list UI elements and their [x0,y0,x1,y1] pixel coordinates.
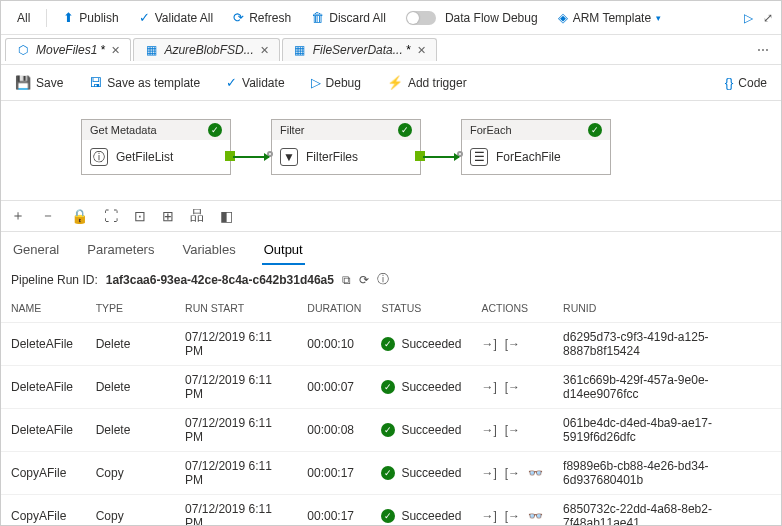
input-icon[interactable]: →] [481,423,496,437]
output-icon[interactable]: [→ [505,380,520,394]
refresh-output-icon[interactable]: ⟳ [359,273,369,287]
table-row: DeleteAFile Delete 07/12/2019 6:11 PM 00… [1,409,781,452]
zoom-100-icon[interactable]: ⊡ [134,208,146,224]
cell-name: CopyAFile [1,495,86,527]
add-trigger-button[interactable]: ⚡Add trigger [383,71,471,94]
success-icon: ✓ [381,337,395,351]
arm-icon: ◈ [558,10,568,25]
validate-all-button[interactable]: ✓Validate All [131,6,221,29]
code-button[interactable]: {}Code [721,71,771,94]
output-icon[interactable]: [→ [505,466,520,480]
save-template-button[interactable]: 🖫Save as template [85,71,204,94]
debug-button[interactable]: ▷Debug [307,71,365,94]
pipeline-node[interactable]: ForEach✓☰ForEachFile [461,119,611,175]
input-icon[interactable]: →] [481,466,496,480]
refresh-label: Refresh [249,11,291,25]
output-icon[interactable]: [→ [505,509,520,523]
node-type: Filter [280,124,304,136]
zoom-fit-icon[interactable]: ⊞ [162,208,174,224]
input-icon[interactable]: →] [481,337,496,351]
cell-type: Delete [86,366,175,409]
input-icon[interactable]: →] [481,509,496,523]
cell-actions: →][→ [471,409,553,452]
add-icon[interactable]: ＋ [11,207,25,225]
node-type: Get Metadata [90,124,157,136]
arm-template-button[interactable]: ◈ARM Template▾ [550,6,669,29]
col-status: Status [371,294,471,323]
cell-status: ✓Succeeded [371,366,471,409]
close-icon[interactable]: ✕ [111,44,120,57]
align-icon[interactable]: 品 [190,207,204,225]
success-icon: ✓ [381,423,395,437]
cell-start: 07/12/2019 6:11 PM [175,366,297,409]
cell-name: DeleteAFile [1,409,86,452]
cell-status: ✓Succeeded [371,409,471,452]
pipeline-canvas[interactable]: Get Metadata✓ⓘGetFileListFilter✓▼FilterF… [1,101,781,201]
cell-actions: →][→👓 [471,452,553,495]
expand-icon[interactable]: ⤢ [763,11,773,25]
publish-button[interactable]: ⬆Publish [55,6,126,29]
play-icon: ▷ [311,75,321,90]
connector-arrow [233,156,269,158]
fit-icon[interactable]: ⛶ [104,208,118,224]
cell-name: CopyAFile [1,452,86,495]
editor-tab[interactable]: ⬡MoveFiles1 *✕ [5,38,131,61]
lock-icon[interactable]: 🔒 [71,208,88,224]
col-runid: RunID [553,294,781,323]
details-icon[interactable]: 👓 [528,466,543,480]
cell-runid: 361c669b-429f-457a-9e0e-d14ee9076fcc [553,366,781,409]
tab-label: AzureBlobFSD... [164,43,253,57]
activity-icon: ☰ [470,148,488,166]
pipeline-node[interactable]: Filter✓▼FilterFiles [271,119,421,175]
tab-variables[interactable]: Variables [180,238,237,265]
table-row: DeleteAFile Delete 07/12/2019 6:11 PM 00… [1,323,781,366]
output-icon[interactable]: [→ [505,423,520,437]
more-icon[interactable]: ⋯ [745,43,781,57]
details-icon[interactable]: 👓 [528,509,543,523]
pipeline-node[interactable]: Get Metadata✓ⓘGetFileList [81,119,231,175]
tab-icon: ▦ [144,43,158,57]
dataflow-debug-toggle[interactable]: Data Flow Debug [398,7,546,29]
validate-button[interactable]: ✓Validate [222,71,288,94]
cell-duration: 00:00:07 [297,366,371,409]
separator [46,9,47,27]
arm-label: ARM Template [573,11,651,25]
tab-parameters[interactable]: Parameters [85,238,156,265]
col-name: Name [1,294,86,323]
node-name: GetFileList [116,150,173,164]
run-icon[interactable]: ▷ [744,11,753,25]
activity-icon: ▼ [280,148,298,166]
close-icon[interactable]: ✕ [417,44,426,57]
discard-all-button[interactable]: 🗑Discard All [303,6,394,29]
editor-tab[interactable]: ▦AzureBlobFSD...✕ [133,38,279,61]
cell-actions: →][→ [471,323,553,366]
info-icon[interactable]: ⓘ [377,271,389,288]
cell-duration: 00:00:10 [297,323,371,366]
refresh-button[interactable]: ⟳Refresh [225,6,299,29]
cell-runid: 6850732c-22dd-4a68-8eb2-7f48ab11ae41 [553,495,781,527]
tab-output[interactable]: Output [262,238,305,265]
cell-name: DeleteAFile [1,323,86,366]
layout-icon[interactable]: ◧ [220,208,233,224]
runid-value: 1af3caa6-93ea-42ce-8c4a-c642b31d46a5 [106,273,334,287]
tab-icon: ▦ [293,43,307,57]
cell-status: ✓Succeeded [371,495,471,527]
output-icon[interactable]: [→ [505,337,520,351]
editor-tab[interactable]: ▦FileServerData... *✕ [282,38,437,61]
minus-icon[interactable]: － [41,207,55,225]
all-label: All [9,7,38,29]
cell-start: 07/12/2019 6:11 PM [175,409,297,452]
input-icon[interactable]: →] [481,380,496,394]
dataflow-label: Data Flow Debug [445,11,538,25]
tab-general[interactable]: General [11,238,61,265]
cell-type: Delete [86,323,175,366]
cell-status: ✓Succeeded [371,323,471,366]
cell-type: Copy [86,452,175,495]
cell-start: 07/12/2019 6:11 PM [175,323,297,366]
save-template-label: Save as template [107,76,200,90]
copy-icon[interactable]: ⧉ [342,273,351,287]
code-label: Code [738,76,767,90]
close-icon[interactable]: ✕ [260,44,269,57]
save-button[interactable]: 💾Save [11,71,67,94]
output-table: Name Type Run Start Duration Status Acti… [1,294,781,526]
